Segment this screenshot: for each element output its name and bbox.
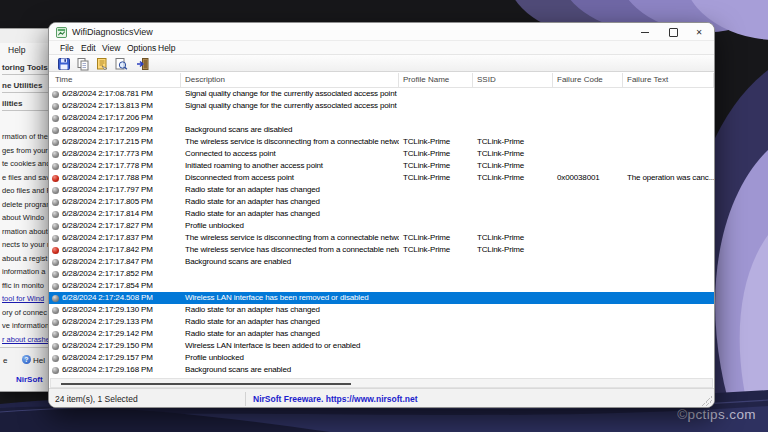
table-row[interactable]: 6/28/2024 2:17:24.508 PMWireless LAN int… xyxy=(49,292,714,304)
status-item-count: 24 item(s), 1 Selected xyxy=(55,394,138,404)
column-header-failure-code[interactable]: Failure Code xyxy=(553,73,623,87)
cell-profile-name xyxy=(399,184,473,196)
table-row[interactable]: 6/28/2024 2:17:29.133 PMRadio state for … xyxy=(49,316,714,328)
table-row[interactable]: 6/28/2024 2:17:17.788 PMDisconnected fro… xyxy=(49,172,714,184)
table-row[interactable]: 6/28/2024 2:17:17.852 PM xyxy=(49,268,714,280)
event-icon xyxy=(52,283,59,290)
table-row[interactable]: 6/28/2024 2:17:17.215 PMThe wireless ser… xyxy=(49,136,714,148)
column-header-time[interactable]: Time xyxy=(49,73,181,87)
cell-ssid xyxy=(473,268,553,280)
close-icon[interactable] xyxy=(686,23,712,41)
titlebar[interactable]: WifiDiagnosticsView xyxy=(49,23,714,41)
cell-failure-text xyxy=(623,292,714,304)
cell-profile-name: TCLink-Prime xyxy=(399,172,473,184)
help-icon[interactable]: ? xyxy=(22,355,31,364)
event-icon xyxy=(52,259,59,266)
copy-icon[interactable] xyxy=(76,57,90,71)
cell-profile-name xyxy=(399,340,473,352)
cell-ssid xyxy=(473,88,553,100)
menu-item-view[interactable]: View xyxy=(99,42,123,54)
cell-time: 6/28/2024 2:17:17.215 PM xyxy=(49,136,181,148)
cell-description: Signal quality change for the currently … xyxy=(181,100,399,112)
menu-item-edit[interactable]: Edit xyxy=(78,42,99,54)
table-row[interactable]: 6/28/2024 2:17:29.157 PMProfile unblocke… xyxy=(49,352,714,364)
cell-profile-name: TCLink-Prime xyxy=(399,232,473,244)
table-row[interactable]: 6/28/2024 2:17:17.854 PM xyxy=(49,280,714,292)
cell-description: The wireless service is disconnecting fr… xyxy=(181,232,399,244)
save-icon[interactable] xyxy=(57,57,71,71)
cell-time: 6/28/2024 2:17:24.508 PM xyxy=(49,292,181,304)
nirsoft-link[interactable]: NirSoft xyxy=(16,375,43,384)
footer-help-label[interactable]: Hel xyxy=(33,356,45,365)
table-row[interactable]: 6/28/2024 2:17:29.130 PMRadio state for … xyxy=(49,304,714,316)
cell-failure-text xyxy=(623,148,714,160)
table-row[interactable]: 6/28/2024 2:17:17.842 PMThe wireless ser… xyxy=(49,244,714,256)
table-row[interactable]: 6/28/2024 2:17:29.150 PMWireless LAN int… xyxy=(49,340,714,352)
event-icon xyxy=(52,187,59,194)
event-icon xyxy=(52,199,59,206)
table-row[interactable]: 6/28/2024 2:17:08.781 PMSignal quality c… xyxy=(49,88,714,100)
menu-item-help[interactable]: Help xyxy=(155,42,178,54)
cell-profile-name xyxy=(399,304,473,316)
cell-failure-code xyxy=(553,148,623,160)
scrollbar-thumb[interactable] xyxy=(61,383,351,385)
table-row[interactable]: 6/28/2024 2:17:29.142 PMRadio state for … xyxy=(49,328,714,340)
table-row[interactable]: 6/28/2024 2:17:17.209 PMBackground scans… xyxy=(49,124,714,136)
resize-grip-icon[interactable] xyxy=(702,396,712,406)
bg-list-text: e files and sav xyxy=(2,173,49,182)
exit-icon[interactable] xyxy=(136,57,150,71)
table-row[interactable]: 6/28/2024 2:17:17.827 PMProfile unblocke… xyxy=(49,220,714,232)
horizontal-scrollbar[interactable] xyxy=(50,378,713,388)
bg-list-text: ffic in monito xyxy=(2,281,49,290)
table-row[interactable]: 6/28/2024 2:17:17.814 PMRadio state for … xyxy=(49,208,714,220)
cell-description: Radio state for an adapter has changed xyxy=(181,304,399,316)
cell-description: Profile unblocked xyxy=(181,220,399,232)
error-event-icon xyxy=(52,175,59,182)
cell-ssid xyxy=(473,316,553,328)
background-window-menu-help[interactable]: Help xyxy=(8,45,25,55)
minimize-icon[interactable] xyxy=(632,23,658,41)
column-header-description[interactable]: Description xyxy=(181,73,399,87)
table-row[interactable]: 6/28/2024 2:17:17.805 PMRadio state for … xyxy=(49,196,714,208)
cell-time: 6/28/2024 2:17:17.842 PM xyxy=(49,244,181,256)
event-icon xyxy=(52,307,59,314)
properties-icon[interactable] xyxy=(95,57,109,71)
cell-profile-name xyxy=(399,280,473,292)
wifidiagnosticsview-window: WifiDiagnosticsView FileEditViewOptionsH… xyxy=(48,22,715,408)
bg-list-link[interactable]: r about crashe xyxy=(2,335,49,344)
cell-description: Disconnected from access point xyxy=(181,172,399,184)
background-window[interactable]: Help toring Toolsne Utilitiesilities rma… xyxy=(0,28,49,392)
table-row[interactable]: 6/28/2024 2:17:29.168 PMBackground scans… xyxy=(49,364,714,376)
cell-ssid xyxy=(473,112,553,124)
cell-profile-name: TCLink-Prime xyxy=(399,136,473,148)
find-icon[interactable] xyxy=(114,57,128,71)
table-row[interactable]: 6/28/2024 2:17:17.797 PMRadio state for … xyxy=(49,184,714,196)
table-row[interactable]: 6/28/2024 2:17:13.813 PMSignal quality c… xyxy=(49,100,714,112)
footer-text-fragment: e xyxy=(3,356,7,365)
table-body: 6/28/2024 2:17:08.781 PMSignal quality c… xyxy=(49,88,714,376)
event-icon xyxy=(52,295,59,302)
column-header-ssid[interactable]: SSID xyxy=(473,73,553,87)
column-header-failure-text[interactable]: Failure Text xyxy=(623,73,714,87)
cell-description: The wireless service is disconnecting fr… xyxy=(181,136,399,148)
cell-failure-text: The operation was canc... xyxy=(623,172,714,184)
maximize-icon[interactable] xyxy=(660,23,686,41)
cell-profile-name xyxy=(399,352,473,364)
window-title: WifiDiagnosticsView xyxy=(72,27,153,37)
cell-failure-code xyxy=(553,364,623,376)
menu-item-file[interactable]: File xyxy=(57,42,77,54)
column-header-profile-name[interactable]: Profile Name xyxy=(399,73,473,87)
table-row[interactable]: 6/28/2024 2:17:17.847 PMBackground scans… xyxy=(49,256,714,268)
bg-list-link[interactable]: tool for Wind xyxy=(2,294,49,303)
table-row[interactable]: 6/28/2024 2:17:17.778 PMInitiated roamin… xyxy=(49,160,714,172)
table-row[interactable]: 6/28/2024 2:17:17.773 PMConnected to acc… xyxy=(49,148,714,160)
table-row[interactable]: 6/28/2024 2:17:17.837 PMThe wireless ser… xyxy=(49,232,714,244)
cell-time: 6/28/2024 2:17:17.837 PM xyxy=(49,232,181,244)
table-row[interactable]: 6/28/2024 2:17:17.206 PM xyxy=(49,112,714,124)
cell-profile-name xyxy=(399,88,473,100)
cell-time: 6/28/2024 2:17:29.157 PM xyxy=(49,352,181,364)
status-nirsoft-link[interactable]: NirSoft Freeware. https://www.nirsoft.ne… xyxy=(253,394,418,404)
menu-item-options[interactable]: Options xyxy=(124,42,159,54)
cell-ssid xyxy=(473,220,553,232)
cell-time: 6/28/2024 2:17:29.150 PM xyxy=(49,340,181,352)
